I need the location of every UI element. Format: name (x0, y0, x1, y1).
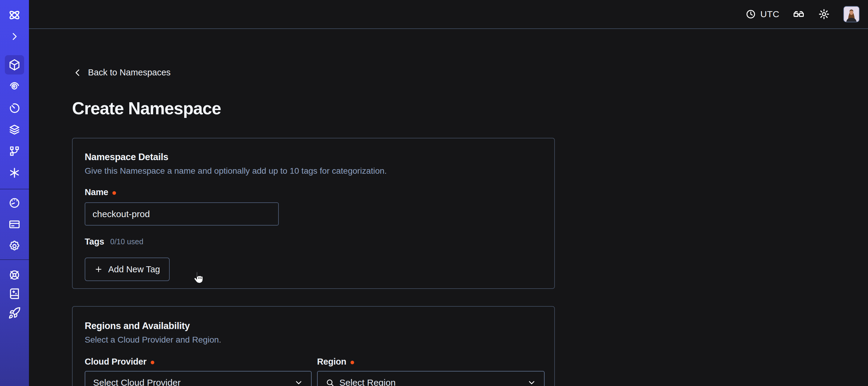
plus-icon (94, 265, 103, 273)
required-dot (350, 361, 354, 364)
sidebar (0, 0, 29, 386)
rocket-icon (8, 307, 21, 319)
sidebar-item-deployments[interactable] (7, 122, 22, 137)
chevron-down-icon (527, 378, 536, 386)
sidebar-item-billing[interactable] (7, 217, 22, 232)
glasses-icon (793, 8, 805, 20)
sidebar-item-workflows[interactable] (7, 79, 22, 93)
card-subtitle: Give this Namespace a name and optionall… (85, 166, 387, 176)
sidebar-item-nexus[interactable] (7, 166, 22, 180)
life-ring-icon (8, 269, 21, 281)
required-dot (151, 361, 154, 364)
theme-toggle[interactable] (818, 8, 830, 20)
region-placeholder: Select Region (339, 378, 522, 386)
card-subtitle: Select a Cloud Provider and Region. (85, 335, 221, 345)
sidebar-item-support[interactable] (7, 268, 22, 282)
layers-icon (8, 123, 21, 136)
region-label: Region (317, 357, 346, 367)
add-new-tag-button[interactable]: Add New Tag (85, 258, 170, 281)
add-new-tag-label: Add New Tag (108, 265, 160, 274)
chevron-down-icon (294, 378, 303, 386)
back-link-label: Back to Namespaces (88, 67, 170, 78)
main-content: Back to Namespaces Create Namespace Name… (29, 30, 868, 386)
sidebar-item-usage[interactable] (7, 196, 22, 210)
tags-label: Tags (85, 237, 104, 247)
timer-icon (8, 101, 21, 114)
region-label-row: Region (317, 357, 354, 367)
sidebar-divider (0, 259, 29, 260)
sun-icon (818, 8, 830, 20)
gauge-icon (8, 197, 21, 209)
card-title: Regions and Availability (85, 321, 190, 331)
page-title: Create Namespace (72, 98, 221, 118)
top-bar: UTC (29, 0, 868, 29)
chevron-left-icon (73, 68, 82, 78)
region-select[interactable]: Select Region (317, 371, 545, 386)
cube-icon (8, 59, 21, 71)
cloud-provider-placeholder: Select Cloud Provider (93, 378, 289, 386)
clock-icon (745, 9, 756, 20)
sidebar-item-batch-operations[interactable] (7, 144, 22, 159)
tags-label-row: Tags 0/10 used (85, 237, 144, 247)
spiral-eye-icon (8, 80, 21, 93)
name-label-row: Name (85, 187, 116, 197)
namespace-name-input[interactable] (85, 202, 279, 226)
credit-card-icon (8, 218, 21, 231)
sidebar-item-getting-started[interactable] (7, 306, 22, 320)
gear-icon (8, 240, 21, 253)
sidebar-item-schedules[interactable] (7, 101, 22, 115)
labs-toggle[interactable] (793, 8, 805, 20)
back-to-namespaces-link[interactable]: Back to Namespaces (73, 67, 170, 78)
cloud-provider-select[interactable]: Select Cloud Provider (85, 371, 312, 386)
sidebar-item-settings[interactable] (7, 239, 22, 253)
cloud-provider-label-row: Cloud Provider (85, 357, 154, 367)
book-sparkles-icon (8, 287, 21, 300)
sidebar-item-docs[interactable] (7, 287, 22, 301)
timezone-label: UTC (761, 9, 779, 19)
sidebar-item-namespaces[interactable] (7, 58, 22, 72)
user-avatar[interactable] (843, 6, 860, 22)
tags-counter: 0/10 used (110, 237, 144, 246)
asterisk-icon (8, 167, 21, 179)
name-label: Name (85, 187, 108, 197)
temporal-logo-icon[interactable] (7, 8, 22, 22)
card-title: Namespace Details (85, 152, 168, 162)
expand-sidebar-button[interactable] (7, 29, 22, 44)
timezone-selector[interactable]: UTC (745, 9, 779, 20)
sidebar-divider (0, 189, 29, 189)
required-dot (113, 191, 116, 195)
namespace-details-card: Namespace Details Give this Namespace a … (72, 138, 555, 289)
regions-availability-card: Regions and Availability Select a Cloud … (72, 306, 555, 386)
search-icon (326, 378, 335, 386)
branch-icon (8, 145, 21, 158)
cloud-provider-label: Cloud Provider (85, 357, 147, 367)
